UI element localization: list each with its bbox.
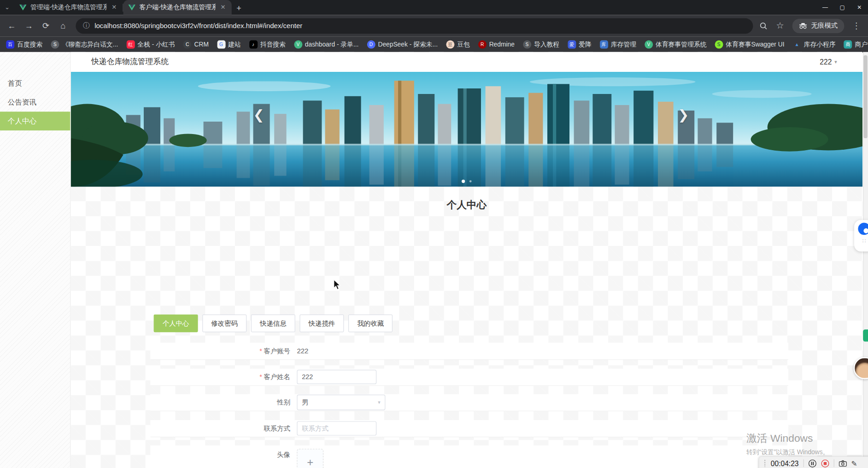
form-row-account: *客户账号 222 — [150, 343, 788, 360]
extension-float-widget[interactable]: ∷ — [854, 220, 868, 252]
bookmark-star-icon[interactable]: ☆ — [774, 19, 787, 32]
bookmark-favicon: V — [645, 40, 653, 48]
carousel-prev-icon[interactable]: ❮ — [251, 107, 267, 123]
bookmark-label: 体育赛事Swagger UI — [726, 40, 784, 48]
bookmark-favicon: V — [294, 40, 302, 48]
user-dropdown[interactable]: 222 ▾ — [820, 58, 837, 66]
bookmark-item[interactable]: DDeepSeek - 探索未... — [367, 40, 438, 48]
field-label: 性别 — [277, 398, 290, 406]
browser-toolbar: ← → ⟳ ⌂ ⓘ localhost:8080/springbootcvi3r… — [0, 15, 868, 36]
maximize-button[interactable]: ▢ — [834, 0, 851, 15]
window-controls: — ▢ ✕ — [816, 0, 868, 15]
bookmark-item[interactable]: 红全栈 - 小红书 — [126, 40, 175, 48]
bookmark-item[interactable]: S体育赛事Swagger UI — [715, 40, 784, 48]
chevron-down-icon: ▾ — [378, 400, 380, 405]
bookmark-item[interactable]: 爱爱降 — [568, 40, 592, 48]
forward-icon[interactable]: → — [22, 19, 35, 32]
bookmark-favicon: C — [183, 40, 192, 48]
carousel-dot-active[interactable] — [462, 180, 465, 183]
tab-change-password[interactable]: 修改密码 — [202, 315, 246, 332]
screenshot-button[interactable] — [839, 460, 847, 467]
site-main: 快递仓库物流管理系统 222 ▾ — [71, 52, 862, 468]
pause-icon — [808, 459, 816, 468]
name-input[interactable] — [297, 370, 376, 384]
form-row-gender: 性别 男 ▾ — [150, 394, 788, 411]
page-scrollbar-thumb[interactable] — [863, 55, 867, 138]
sidebar-item-news[interactable]: 公告资讯 — [0, 93, 70, 112]
tab-express-pickup[interactable]: 快递揽件 — [299, 315, 344, 332]
browser-tab-admin[interactable]: 管理端-快递仓库物流管理系统 ✕ — [14, 0, 123, 15]
bookmark-item[interactable]: 库库存管理 — [600, 40, 636, 48]
bookmark-label: 库存管理 — [611, 40, 636, 48]
address-bar[interactable]: ⓘ localhost:8080/springbootcvi3rf2v/fron… — [76, 18, 753, 34]
bookmark-item[interactable]: ♪抖音搜索 — [249, 40, 286, 48]
bookmark-item[interactable]: 商商户管理 — [844, 40, 868, 48]
bookmark-item[interactable]: 豆豆包 — [446, 40, 470, 48]
zoom-icon[interactable] — [759, 21, 768, 30]
bookmark-favicon: G — [217, 40, 225, 48]
screen: ⌄ 管理端-快递仓库物流管理系统 ✕ 客户端-快递仓库物流管理系统 ✕ + — … — [0, 0, 868, 468]
avatar-upload-button[interactable]: + — [297, 449, 323, 468]
bookmark-item[interactable]: CCRM — [183, 40, 209, 48]
toolbar-right: ☆ 无痕模式 ⋮ — [759, 18, 863, 33]
user-name: 222 — [820, 58, 832, 66]
bookmark-label: 豆包 — [457, 40, 470, 48]
bookmark-item[interactable]: RRedmine — [478, 40, 515, 48]
bookmark-label: 百度搜索 — [17, 40, 42, 48]
bookmark-favicon: S — [523, 40, 531, 48]
window-close-button[interactable]: ✕ — [851, 0, 868, 15]
sidebar-item-personal-center[interactable]: 个人中心 — [0, 111, 70, 130]
sidebar-item-home[interactable]: 首页 — [0, 74, 70, 93]
assistant-icon[interactable] — [858, 223, 868, 235]
grid-icon[interactable]: ∷ — [862, 238, 866, 244]
reload-icon[interactable]: ⟳ — [39, 19, 53, 32]
bookmark-item[interactable]: S《聊斋志异白话文... — [51, 40, 118, 48]
bookmark-favicon: 商 — [844, 40, 852, 48]
home-icon[interactable]: ⌂ — [56, 19, 70, 32]
incognito-icon — [799, 23, 807, 29]
bookmark-item[interactable]: 百百度搜索 — [6, 40, 42, 48]
bookmark-item[interactable]: ▲库存小程序 — [793, 40, 836, 48]
carousel-next-icon[interactable]: ❯ — [675, 107, 691, 123]
bookmark-label: 导入教程 — [534, 40, 559, 48]
bookmark-label: 《聊斋志异白话文... — [62, 40, 118, 48]
bookmark-favicon: D — [367, 40, 375, 48]
bookmark-favicon: 百 — [6, 40, 14, 48]
tab-close-icon[interactable]: ✕ — [111, 4, 118, 11]
bookmark-favicon: ▲ — [793, 40, 801, 48]
tab-close-icon[interactable]: ✕ — [219, 4, 227, 11]
browser-tab-client[interactable]: 客户端-快递仓库物流管理系统 ✕ — [123, 0, 232, 15]
browser-menu-icon[interactable]: ⋮ — [850, 19, 863, 32]
form-row-avatar: 头像 + — [150, 445, 788, 468]
tab-express-info[interactable]: 快递信息 — [251, 315, 295, 332]
new-tab-button[interactable]: + — [232, 0, 246, 15]
bookmark-item[interactable]: V体育赛事管理系统 — [645, 40, 706, 48]
bookmark-item[interactable]: S导入教程 — [523, 40, 559, 48]
divider — [833, 459, 834, 467]
bookmark-favicon: 库 — [600, 40, 608, 48]
annotate-button[interactable]: ✎ — [851, 459, 857, 468]
hidden-side-tab[interactable] — [863, 329, 868, 341]
bookmark-label: 库存小程序 — [804, 40, 836, 48]
drag-handle[interactable] — [763, 459, 766, 467]
stop-button[interactable] — [821, 459, 829, 468]
minimize-button[interactable]: — — [816, 0, 833, 15]
gender-select[interactable]: 男 ▾ — [297, 395, 385, 410]
bookmark-item[interactable]: G建站 — [217, 40, 241, 48]
hero-carousel: ❮ ❯ — [71, 72, 862, 187]
mouse-cursor — [334, 279, 341, 290]
pause-button[interactable] — [808, 459, 816, 468]
tab-my-favorites[interactable]: 我的收藏 — [348, 315, 393, 332]
bookmark-label: 抖音搜索 — [260, 40, 286, 48]
carousel-indicators — [71, 180, 862, 183]
tab-search-icon[interactable]: ⌄ — [0, 0, 14, 15]
site-info-icon[interactable]: ⓘ — [83, 21, 89, 30]
bookmark-favicon: ♪ — [249, 40, 258, 48]
contact-input[interactable] — [297, 421, 376, 435]
tab-personal-center[interactable]: 个人中心 — [154, 315, 198, 332]
back-icon[interactable]: ← — [5, 19, 18, 32]
carousel-dot[interactable] — [469, 180, 472, 182]
bookmark-item[interactable]: Vdashboard - 录单... — [294, 40, 359, 48]
bookmark-label: dashboard - 录单... — [305, 40, 359, 48]
field-label: 联系方式 — [264, 424, 290, 432]
